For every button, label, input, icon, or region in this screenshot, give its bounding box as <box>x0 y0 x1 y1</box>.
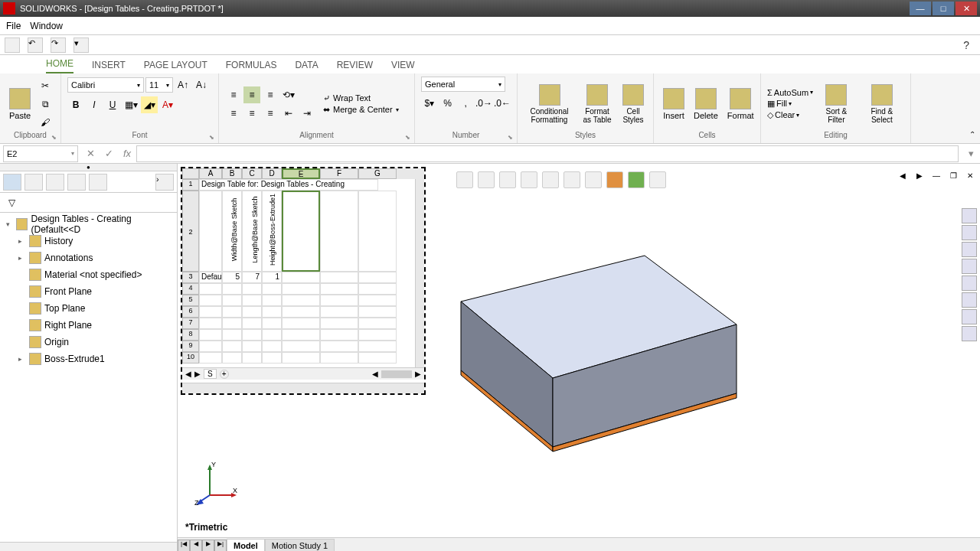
cell-a2[interactable] <box>199 191 222 272</box>
copy-icon[interactable]: ⧉ <box>37 96 54 112</box>
format-as-table-button[interactable]: Format as Table <box>578 83 616 126</box>
tree-filter-icon[interactable]: ▽ <box>3 194 20 211</box>
sheet-vertical-scrollbar[interactable] <box>415 179 424 367</box>
fill-color-icon[interactable]: ◢▾ <box>141 96 158 113</box>
decrease-font-icon[interactable]: A↓ <box>193 77 210 93</box>
zoom-to-area-icon[interactable] <box>478 171 495 188</box>
clipboard-launcher-icon[interactable]: ⬊ <box>51 134 59 142</box>
insert-cells-button[interactable]: Insert <box>660 86 688 122</box>
task-custom-props-icon[interactable] <box>962 292 977 308</box>
increase-font-icon[interactable]: A↑ <box>175 77 191 93</box>
col-header-a[interactable]: A <box>199 168 222 179</box>
sheet-tab[interactable]: S <box>204 369 217 379</box>
select-all-corner[interactable] <box>182 168 199 179</box>
cell-f2[interactable] <box>320 191 358 272</box>
cell-a1[interactable]: Design Table for: Design Tables - Creati… <box>199 179 378 191</box>
apply-scene-icon[interactable] <box>628 171 645 188</box>
collapse-ribbon-icon[interactable]: ⌃ <box>969 130 975 139</box>
decrease-indent-icon[interactable]: ⇤ <box>280 105 297 122</box>
row-header-9[interactable]: 9 <box>182 341 199 352</box>
tab-prev-icon[interactable]: ◀ <box>190 540 202 552</box>
tab-formulas[interactable]: FORMULAS <box>226 57 277 73</box>
doc-close-icon[interactable]: ✕ <box>963 171 977 184</box>
delete-cells-button[interactable]: Delete <box>691 86 721 122</box>
font-color-icon[interactable]: A▾ <box>159 96 176 113</box>
doc-restore-icon[interactable]: ❐ <box>946 171 960 184</box>
bold-button[interactable]: B <box>67 96 84 113</box>
doc-prev-icon[interactable]: ◀ <box>896 171 910 184</box>
orientation-icon[interactable]: ⟲▾ <box>280 86 297 103</box>
embedded-design-table[interactable]: A B C D E F G 1 Design Table for: Design… <box>181 167 426 395</box>
number-format-combo[interactable]: General▾ <box>421 77 505 92</box>
configuration-manager-tab-icon[interactable] <box>46 174 64 191</box>
row-header-6[interactable]: 6 <box>182 306 199 318</box>
tree-scrollbar[interactable] <box>0 542 177 551</box>
help-button[interactable]: ? <box>957 39 975 51</box>
feature-manager-tab-icon[interactable] <box>3 174 21 191</box>
underline-button[interactable]: U <box>104 96 121 113</box>
tab-motion-study[interactable]: Motion Study 1 <box>265 539 335 552</box>
align-bottom-icon[interactable]: ≡ <box>262 86 279 103</box>
format-painter-icon[interactable]: 🖌 <box>37 114 54 131</box>
property-manager-tab-icon[interactable] <box>24 174 43 191</box>
cell-styles-button[interactable]: Cell Styles <box>619 83 647 126</box>
paste-button[interactable]: Paste <box>6 86 34 122</box>
tree-tab-more-icon[interactable]: › <box>155 174 174 191</box>
previous-view-icon[interactable] <box>499 171 516 188</box>
doc-minimize-icon[interactable]: — <box>929 171 943 184</box>
tab-view[interactable]: VIEW <box>391 57 415 73</box>
view-orientation-icon[interactable] <box>542 171 559 188</box>
tab-last-icon[interactable]: ▶| <box>214 540 227 552</box>
cell-d3[interactable]: 1 <box>262 272 282 283</box>
tab-review[interactable]: REVIEW <box>337 57 373 73</box>
graphics-area[interactable]: A B C D E F G 1 Design Table for: Design… <box>178 164 980 551</box>
task-appearances-icon[interactable] <box>962 276 977 291</box>
conditional-formatting-button[interactable]: Conditional Formatting <box>524 83 575 126</box>
formula-input[interactable] <box>136 145 959 162</box>
dimxpert-tab-icon[interactable] <box>67 174 86 191</box>
minimize-button[interactable]: — <box>910 2 931 15</box>
undo-icon[interactable]: ↶ <box>28 37 43 53</box>
save-icon[interactable] <box>5 37 20 53</box>
clear-button[interactable]: ◇Clear▾ <box>767 110 813 120</box>
redo-icon[interactable]: ↷ <box>51 37 66 53</box>
row-header-7[interactable]: 7 <box>182 318 199 329</box>
cell-g2[interactable] <box>358 191 397 272</box>
display-style-icon[interactable] <box>564 171 580 188</box>
autosum-button[interactable]: ΣAutoSum▾ <box>767 88 813 97</box>
tree-item-top-plane[interactable]: Top Plane <box>3 300 174 317</box>
tree-item-material[interactable]: Material <not specified> <box>3 266 174 283</box>
sheet-hscroll-right-icon[interactable]: ▶ <box>415 370 421 378</box>
edit-appearance-icon[interactable] <box>606 171 623 188</box>
row-header-4[interactable]: 4 <box>182 283 199 295</box>
tab-page-layout[interactable]: PAGE LAYOUT <box>144 57 207 73</box>
cut-icon[interactable]: ✂ <box>37 77 54 94</box>
row-header-10[interactable]: 10 <box>182 352 199 364</box>
sheet-nav-next-icon[interactable]: ▶ <box>194 370 201 378</box>
display-manager-tab-icon[interactable] <box>89 174 107 191</box>
orientation-triad-icon[interactable]: Y X Z <box>194 461 240 507</box>
italic-button[interactable]: I <box>86 96 103 113</box>
row-header-8[interactable]: 8 <box>182 329 199 341</box>
wrap-text-button[interactable]: ⤶Wrap Text <box>323 93 399 103</box>
align-top-icon[interactable]: ≡ <box>225 86 242 103</box>
cell-f3[interactable] <box>320 272 358 283</box>
col-header-c[interactable]: C <box>242 168 262 179</box>
tab-next-icon[interactable]: ▶ <box>202 540 214 552</box>
tree-item-annotations[interactable]: ▸Annotations <box>3 249 174 266</box>
tab-home[interactable]: HOME <box>46 55 74 73</box>
sheet-hscroll-thumb[interactable] <box>381 370 412 378</box>
task-resources-icon[interactable] <box>962 208 977 223</box>
task-file-explorer-icon[interactable] <box>962 242 977 257</box>
task-more-icon[interactable] <box>962 326 977 341</box>
sort-filter-button[interactable]: Sort & Filter <box>816 83 857 126</box>
qat-customize-icon[interactable]: ▾ <box>74 37 89 53</box>
tab-data[interactable]: DATA <box>295 57 318 73</box>
font-name-combo[interactable]: Calibri▾ <box>67 77 144 93</box>
sheet-hscroll-left-icon[interactable]: ◀ <box>372 370 378 378</box>
align-left-icon[interactable]: ≡ <box>225 105 242 122</box>
section-view-icon[interactable] <box>521 171 537 188</box>
align-center-icon[interactable]: ≡ <box>243 105 260 122</box>
cell-b3[interactable]: 5 <box>222 272 242 283</box>
decrease-decimal-icon[interactable]: .0← <box>494 95 511 112</box>
